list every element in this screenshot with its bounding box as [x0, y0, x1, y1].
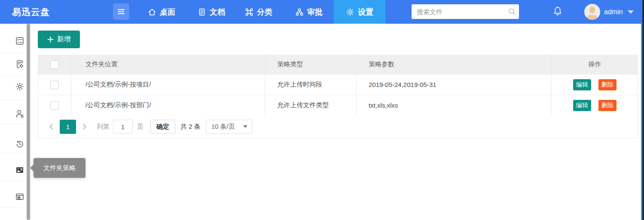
plus-icon — [47, 36, 54, 43]
page: 易迅云盘 桌面 文 — [0, 0, 644, 220]
select-caret-icon — [243, 125, 247, 128]
sidebar-item-user-permissions[interactable] — [15, 109, 24, 118]
sidebar-item-history[interactable] — [15, 139, 24, 149]
pagination-bar: 1 到第 页 确定 共 2 条 10 条/页 — [38, 115, 638, 138]
nav-item-label: 审批 — [307, 7, 323, 17]
row-checkbox[interactable] — [50, 101, 59, 110]
sidebar-item-settings[interactable] — [15, 82, 24, 91]
gear-icon — [346, 8, 354, 16]
cell-policy-params: txt,xls,xlxs — [357, 95, 552, 115]
top-navbar: 易迅云盘 桌面 文 — [0, 0, 644, 24]
add-button-label: 新增 — [57, 35, 71, 44]
chevron-down-icon[interactable] — [628, 10, 634, 14]
confirm-page-button[interactable]: 确定 — [150, 120, 175, 133]
bell-icon[interactable] — [552, 6, 563, 18]
collapse-menu-icon — [117, 7, 125, 16]
edit-button[interactable]: 编辑 — [573, 79, 591, 90]
column-header-params: 策略参数 — [357, 55, 552, 74]
nav-item-label: 文档 — [210, 7, 225, 17]
sidebar-item-document-settings[interactable] — [15, 59, 24, 69]
tooltip-label: 文件夹策略 — [43, 164, 76, 172]
sidebar-scrollbar[interactable] — [27, 24, 30, 220]
home-icon — [148, 8, 156, 16]
page-size-value: 10 条/页 — [211, 123, 235, 131]
table-header-row: 文件夹位置 策略类型 策略参数 操作 — [38, 55, 638, 74]
menu-toggle-button[interactable] — [113, 3, 129, 20]
column-header-folder: 文件夹位置 — [71, 55, 265, 74]
row-checkbox[interactable] — [50, 81, 59, 89]
search-box — [412, 4, 519, 19]
command-icon — [245, 8, 253, 16]
document-icon — [198, 8, 206, 16]
nav-item-desktop[interactable]: 桌面 — [148, 0, 175, 24]
app-logo: 易迅云盘 — [12, 0, 50, 24]
username-label[interactable]: admin — [604, 0, 623, 24]
delete-button[interactable]: 删除 — [598, 79, 617, 90]
select-all-checkbox[interactable] — [50, 60, 59, 69]
total-count-label: 共 2 条 — [180, 123, 201, 131]
tooltip-arrow-icon — [30, 164, 34, 171]
sidebar-item-window[interactable] — [15, 192, 24, 201]
sidebar-item-checklist[interactable] — [15, 36, 24, 46]
nav-item-documents[interactable]: 文档 — [198, 0, 225, 24]
folder-policy-tooltip: 文件夹策略 — [34, 158, 85, 178]
window-edge — [642, 0, 644, 220]
person-avatar-icon[interactable] — [584, 4, 600, 20]
nav-item-approval[interactable]: 审批 — [295, 0, 323, 24]
cell-folder: /公司文档/示例-按项目/ — [71, 74, 265, 95]
cell-policy-type: 允许上传文件类型 — [265, 95, 357, 115]
nav-item-categories[interactable]: 分类 — [245, 0, 272, 24]
page-size-select[interactable]: 10 条/页 — [206, 120, 252, 134]
nav-item-settings[interactable]: 设置 — [334, 0, 385, 24]
cell-folder: /公司文档/示例-按部门/ — [71, 95, 265, 115]
nav-item-label: 设置 — [358, 7, 373, 17]
sitemap-icon — [295, 8, 304, 16]
cell-policy-params: 2019-05-24,2019-05-31 — [357, 74, 552, 95]
add-button[interactable]: 新增 — [38, 31, 80, 48]
prev-page-icon[interactable] — [46, 120, 56, 133]
column-header-operations: 操作 — [552, 55, 638, 74]
goto-page-suffix: 页 — [137, 123, 143, 131]
column-header-type: 策略类型 — [265, 55, 357, 74]
policy-table-panel: 文件夹位置 策略类型 策略参数 操作 /公司文档/示例-按项目/ 允许上传时间段… — [38, 55, 638, 138]
edit-button[interactable]: 编辑 — [573, 100, 591, 111]
goto-page-input[interactable] — [113, 120, 133, 133]
delete-button[interactable]: 删除 — [598, 100, 617, 111]
current-page-button[interactable]: 1 — [60, 120, 76, 134]
nav-item-label: 分类 — [257, 7, 272, 17]
magnifier-icon[interactable] — [505, 4, 519, 19]
goto-page-prefix: 到第 — [97, 123, 110, 131]
search-input[interactable] — [412, 8, 505, 15]
cell-policy-type: 允许上传时间段 — [265, 74, 357, 95]
sidebar-item-folder-policy[interactable] — [15, 165, 24, 175]
nav-item-label: 桌面 — [160, 7, 175, 17]
next-page-icon[interactable] — [79, 120, 90, 133]
table-row: /公司文档/示例-按项目/ 允许上传时间段 2019-05-24,2019-05… — [38, 74, 638, 95]
table-row: /公司文档/示例-按部门/ 允许上传文件类型 txt,xls,xlxs 编辑 删… — [38, 95, 638, 115]
